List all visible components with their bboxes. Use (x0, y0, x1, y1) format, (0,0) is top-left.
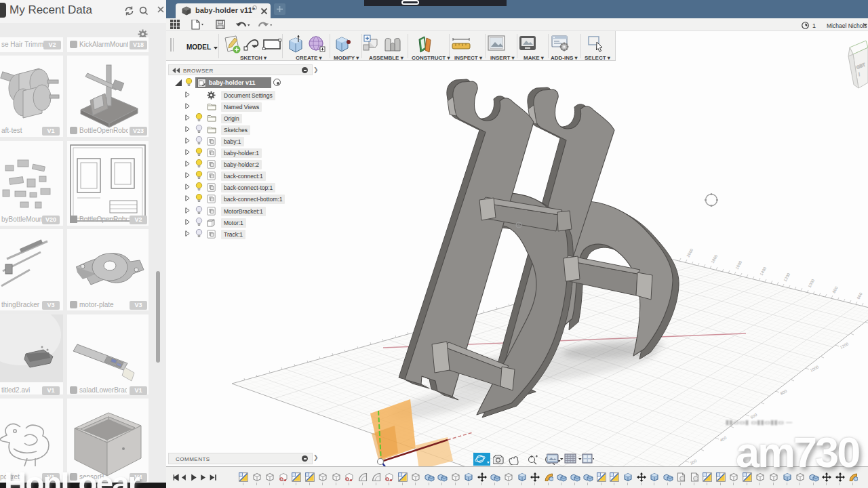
svg-text:1400: 1400 (760, 266, 768, 276)
svg-text:1200: 1200 (840, 342, 850, 350)
svg-text:1000: 1000 (808, 278, 816, 288)
svg-text:1200: 1200 (783, 272, 791, 282)
svg-text:300: 300 (690, 459, 698, 466)
svg-text:2000: 2000 (686, 247, 694, 258)
svg-text:800: 800 (780, 389, 788, 396)
svg-text:800: 800 (832, 285, 839, 293)
svg-text:600: 600 (856, 291, 863, 300)
svg-text:400: 400 (719, 436, 728, 443)
svg-text:1000: 1000 (810, 365, 820, 373)
svg-text:1600: 1600 (735, 260, 743, 270)
svg-text:1800: 1800 (711, 253, 719, 264)
